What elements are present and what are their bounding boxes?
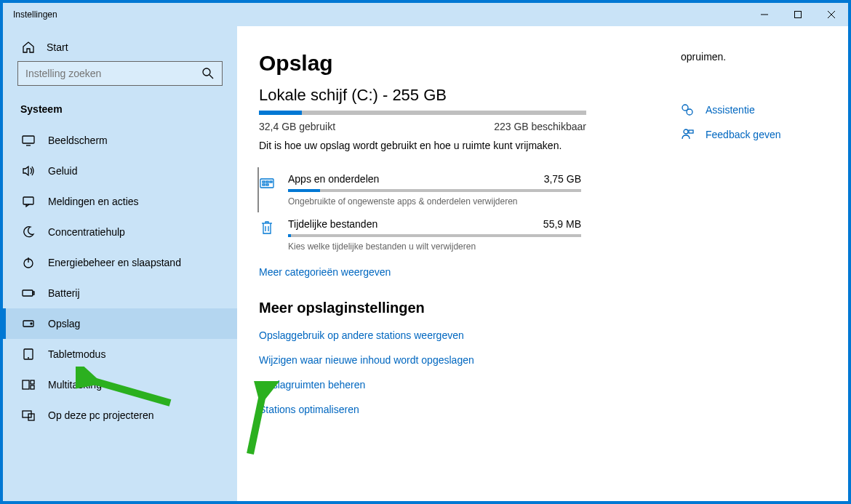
svg-point-14: [31, 323, 32, 324]
svg-rect-8: [23, 197, 33, 204]
sidebar-item-label: Energiebeheer en slaapstand: [48, 257, 181, 268]
category-size: 55,9 MB: [543, 218, 581, 230]
svg-rect-11: [23, 290, 33, 296]
home-button[interactable]: Start: [3, 33, 237, 61]
link-optimize-drives[interactable]: Stations optimaliseren: [259, 404, 623, 415]
sidebar-item-sound[interactable]: Geluid: [3, 156, 237, 186]
sidebar-item-label: Op deze pc projecteren: [48, 409, 154, 421]
sidebar-item-label: Concentratiehulp: [48, 226, 125, 238]
help-link[interactable]: Assistentie: [681, 103, 819, 116]
help-icon: [681, 103, 694, 116]
window-title: Instellingen: [3, 9, 748, 20]
svg-point-4: [203, 68, 210, 76]
content-pane: Opslag Lokale schijf (C:) - 255 GB 32,4 …: [259, 51, 623, 501]
category-temp[interactable]: Tijdelijke bestanden55,9 MB Kies welke t…: [257, 212, 581, 257]
page-title: Opslag: [259, 51, 623, 76]
sidebar-item-label: Beeldscherm: [48, 135, 108, 146]
sidebar-item-display[interactable]: Beeldscherm: [3, 125, 237, 156]
category-sub: Ongebruikte of ongewenste apps & onderde…: [288, 196, 581, 207]
feedback-label: Feedback geven: [706, 129, 781, 140]
sidebar-item-label: Batterij: [48, 287, 80, 299]
svg-rect-23: [263, 181, 265, 183]
feedback-icon: [681, 128, 694, 141]
help-label: Assistentie: [706, 104, 755, 116]
sidebar-item-power[interactable]: Energiebeheer en slaapstand: [3, 247, 237, 278]
svg-point-33: [684, 129, 688, 134]
category-sub: Kies welke tijdelijke bestanden u wilt v…: [288, 241, 581, 252]
sidebar-item-tablet[interactable]: Tabletmodus: [3, 339, 237, 369]
search-input[interactable]: [25, 68, 201, 79]
sidebar-item-notifications[interactable]: Meldingen en acties: [3, 186, 237, 217]
svg-rect-26: [263, 184, 265, 185]
used-label: 32,4 GB gebruikt: [259, 121, 335, 132]
battery-icon: [22, 287, 35, 300]
minimize-button[interactable]: [748, 3, 781, 26]
link-change-save-location[interactable]: Wijzigen waar nieuwe inhoud wordt opgesl…: [259, 354, 623, 366]
svg-rect-24: [266, 181, 268, 183]
link-other-drives[interactable]: Opslaggebruik op andere stations weergev…: [259, 329, 623, 341]
svg-rect-19: [31, 385, 34, 389]
sidebar-item-label: Meldingen en acties: [48, 196, 139, 207]
sidebar-item-focus[interactable]: Concentratiehulp: [3, 217, 237, 247]
more-settings-heading: Meer opslaginstellingen: [259, 300, 623, 316]
titlebar: Instellingen: [3, 3, 848, 26]
sidebar-item-storage[interactable]: Opslag: [3, 308, 237, 339]
svg-rect-1: [795, 12, 802, 18]
sidebar-item-label: Tabletmodus: [48, 348, 105, 360]
sidebar-item-multitasking[interactable]: Multitasking: [3, 369, 237, 400]
search-icon: [201, 67, 215, 80]
section-header: Systeem: [3, 95, 237, 125]
sidebar-item-project[interactable]: Op deze pc projecteren: [3, 400, 237, 431]
close-button[interactable]: [815, 3, 848, 26]
moon-icon: [22, 225, 35, 239]
right-column: opruimen. Assistentie Feedback geven: [681, 51, 819, 501]
category-name: Tijdelijke bestanden: [288, 218, 377, 230]
svg-point-31: [687, 109, 692, 115]
apps-icon: [259, 175, 275, 191]
search-box[interactable]: [17, 61, 223, 86]
trash-icon: [259, 220, 275, 236]
svg-rect-6: [23, 136, 34, 143]
svg-rect-34: [689, 130, 693, 133]
svg-rect-18: [31, 380, 34, 384]
home-icon: [22, 41, 35, 54]
category-name: Apps en onderdelen: [288, 173, 379, 185]
category-apps[interactable]: Apps en onderdelen3,75 GB Ongebruikte of…: [257, 167, 581, 212]
sidebar-item-label: Multitasking: [48, 379, 102, 391]
svg-rect-22: [260, 179, 273, 188]
sidebar-item-battery[interactable]: Batterij: [3, 278, 237, 308]
tablet-icon: [22, 348, 35, 361]
svg-rect-25: [270, 181, 272, 183]
multitasking-icon: [22, 378, 35, 391]
sound-icon: [22, 164, 35, 177]
cleanup-text: opruimen.: [681, 51, 819, 63]
link-storage-spaces[interactable]: Opslagruimten beheren: [259, 379, 623, 391]
disk-title: Lokale schijf (C:) - 255 GB: [259, 86, 623, 105]
show-more-link[interactable]: Meer categorieën weergeven: [259, 266, 623, 278]
feedback-link[interactable]: Feedback geven: [681, 128, 819, 141]
power-icon: [22, 256, 35, 269]
notification-icon: [22, 195, 35, 208]
storage-icon: [22, 317, 35, 330]
storage-bar: [259, 111, 586, 115]
project-icon: [22, 409, 35, 422]
sidebar-item-label: Opslag: [48, 318, 80, 329]
svg-rect-12: [33, 292, 34, 295]
home-label: Start: [47, 41, 68, 53]
display-icon: [22, 134, 35, 147]
sidebar-item-label: Geluid: [48, 165, 77, 177]
storage-description: Dit is hoe uw opslag wordt gebruikt en h…: [259, 140, 623, 151]
svg-rect-17: [23, 380, 29, 389]
sidebar: Start Systeem Beeldscherm Geluid: [3, 26, 237, 501]
category-size: 3,75 GB: [544, 173, 581, 185]
svg-rect-27: [266, 184, 268, 185]
free-label: 223 GB beschikbaar: [494, 121, 586, 132]
svg-line-5: [209, 75, 213, 79]
maximize-button[interactable]: [781, 3, 815, 26]
